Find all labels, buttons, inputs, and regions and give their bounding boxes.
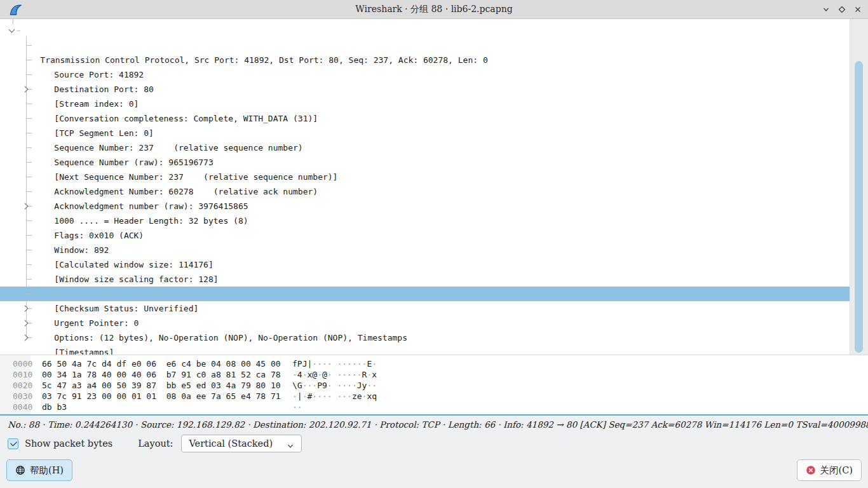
layout-dropdown[interactable]: Vertical (Stacked) [181,435,302,452]
tree-row[interactable]: Sequence Number: 237 (relative sequence … [0,111,850,126]
hex-ascii[interactable]: ·· [292,402,302,412]
maximize-icon[interactable] [837,4,847,15]
tree-row[interactable]: Urgent Pointer: 0 [0,287,850,301]
close-button-label: 关闭(C) [820,464,853,477]
hex-rows: 0000 66 50 4a 7c d4 df e0 06 e6 c4 be 04… [0,358,868,412]
hex-offset: 0010 [0,369,33,380]
hex-row[interactable]: 0030 03 7c 91 23 00 00 01 01 08 0a ee 7a… [0,391,868,402]
hex-ascii[interactable]: \G···P9· ····Jy·· [292,380,377,391]
expander-icon[interactable] [22,306,29,312]
tree-row[interactable]: Sequence Number (raw): 965196773 [0,126,850,140]
tree-row[interactable]: Checksum: 0x9123 [unverified] [0,257,850,272]
window-controls [821,0,863,19]
packet-summary-status: No.: 88 · Time: 0.244264130 · Source: 19… [0,416,868,433]
tree-row[interactable]: [Checksum Status: Unverified] [0,272,850,287]
wireshark-logo-icon [9,3,23,17]
tree-row[interactable]: [Calculated window size: 114176] [0,228,850,243]
expander-icon[interactable] [22,335,29,341]
tree-row[interactable]: Acknowledgment Number: 60278 (relative a… [0,155,850,170]
hex-row[interactable]: 0040 db b3 ·· [0,402,868,412]
tree-row[interactable]: Acknowledgment number (raw): 3976415865 [0,170,850,184]
tree-row[interactable]: Flags: 0x010 (ACK) [0,199,850,214]
tree-row[interactable]: Options: (12 bytes), No-Operation (NOP),… [0,301,850,316]
tree-row[interactable]: [TCP Segment Len: 0] [0,97,850,111]
help-button-label: 帮助(H) [30,464,64,477]
titlebar: Wireshark · 分组 88 · lib6-2.pcapng [0,0,868,19]
help-button[interactable]: 帮助(H) [6,459,72,481]
hex-bytes[interactable]: db b3 [42,402,287,412]
tree-row[interactable]: Transmission Control Protocol, Src Port:… [0,24,850,38]
packet-detail-pane: Transmission Control Protocol, Src Port:… [0,19,868,355]
hex-offset: 0030 [0,391,33,402]
tree-row[interactable]: [Next Sequence Number: 237 (relative seq… [0,140,850,155]
hex-bytes[interactable]: 66 50 4a 7c d4 df e0 06 e6 c4 be 04 08 0… [42,358,287,369]
hex-ascii[interactable]: ·|·#···· ···ze·xq [292,391,377,402]
dialog-button-row: 帮助(H) 关闭(C) [0,454,868,488]
tree-row[interactable]: 1000 .... = Header Length: 32 bytes (8) [0,184,850,199]
tree-row[interactable]: [Conversation completeness: Complete, WI… [0,82,850,97]
hex-offset: 0040 [0,402,33,412]
close-window-icon[interactable] [853,4,863,15]
help-globe-icon [15,465,25,475]
hex-row[interactable]: 0010 00 34 1a 78 40 00 40 06 b7 91 c0 a8… [0,369,868,380]
show-packet-bytes-label[interactable]: Show packet bytes [25,438,112,449]
controls-row: Show packet bytes Layout: Vertical (Stac… [0,433,868,454]
expander-icon[interactable] [9,27,15,33]
hex-bytes[interactable]: 03 7c 91 23 00 00 01 01 08 0a ee 7a 65 e… [42,391,287,402]
expander-icon[interactable] [22,86,29,93]
hex-bytes[interactable]: 00 34 1a 78 40 00 40 06 b7 91 c0 a8 81 5… [42,369,287,380]
tree-row[interactable]: [Stream index: 0] [0,67,850,82]
hex-dump-pane: 0000 66 50 4a 7c d4 df e0 06 e6 c4 be 04… [0,355,868,416]
tree-row-label: [Timestamps] [54,348,114,355]
tree-row[interactable]: [Window size scaling factor: 128] [0,243,850,257]
hex-bytes[interactable]: 5c 47 a3 a4 00 50 39 87 bb e5 ed 03 4a 7… [42,380,287,391]
hex-offset: 0020 [0,380,33,391]
tree-row[interactable]: [Timestamps] [0,316,850,330]
tree-row[interactable]: [SEQ/ACK analysis] [0,330,850,345]
tree-scrollbar-thumb[interactable] [855,61,863,353]
expander-icon[interactable] [22,203,29,210]
layout-dropdown-value: Vertical (Stacked) [189,438,273,449]
hex-ascii[interactable]: ·4·x@·@· ·····R·x [292,369,377,380]
tree-row[interactable]: Source Port: 41892 [0,38,850,53]
close-button[interactable]: 关闭(C) [797,459,862,481]
minimize-icon[interactable] [821,4,831,15]
tree-row[interactable]: Window: 892 [0,214,850,228]
hex-row[interactable]: 0000 66 50 4a 7c d4 df e0 06 e6 c4 be 04… [0,358,868,369]
show-packet-bytes-checkbox[interactable] [8,438,18,449]
tree-row[interactable]: Destination Port: 80 [0,53,850,67]
expander-icon[interactable] [22,320,29,327]
packet-tree: Transmission Control Protocol, Src Port:… [0,24,850,345]
window-title: Wireshark · 分组 88 · lib6-2.pcapng [0,4,868,15]
hex-ascii[interactable]: fPJ|···· ······E· [292,358,377,369]
close-circle-icon [806,465,816,475]
hex-row[interactable]: 0020 5c 47 a3 a4 00 50 39 87 bb e5 ed 03… [0,380,868,391]
hex-offset: 0000 [0,358,33,369]
tree-scrollbar[interactable] [850,19,868,355]
layout-label: Layout: [138,438,173,449]
